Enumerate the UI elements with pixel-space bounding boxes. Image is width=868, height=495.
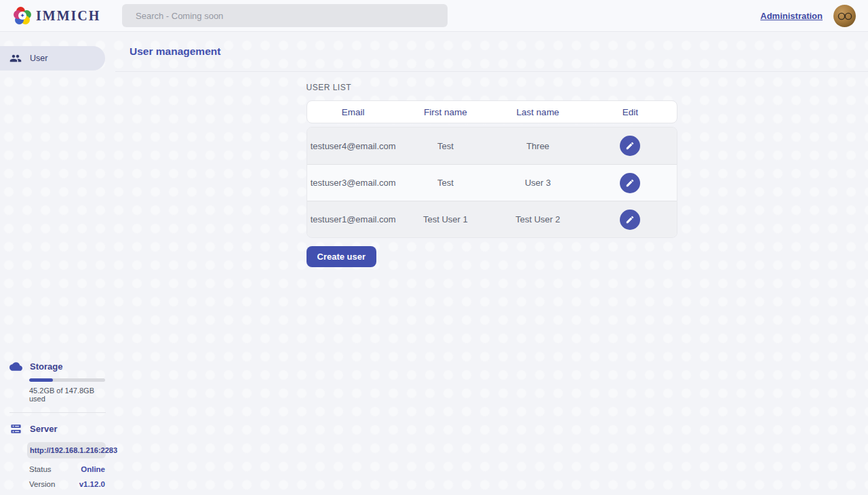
server-status-label: Status [29,465,52,473]
user-table-header: Email First name Last name Edit [307,100,677,123]
app-header: ✦ IMMICH Administration [0,0,868,32]
sidebar-divider [9,412,106,413]
storage-title: Storage [30,361,62,372]
edit-user-button[interactable] [620,136,640,156]
server-status-value: Online [81,465,105,473]
main-content: User management USER LIST Email First na… [115,32,868,495]
user-list-label: USER LIST [307,83,677,92]
server-icon [9,422,22,435]
pencil-icon [625,141,635,151]
user-table-body: testuser4@email.com Test Three testuser3… [307,127,677,238]
cloud-icon [9,360,22,373]
page-title: User management [130,45,220,58]
storage-usage-text: 45.2GB of 147.8GB used [29,387,106,403]
cell-first-name: Test [399,141,492,151]
administration-link[interactable]: Administration [760,11,823,21]
edit-user-button[interactable] [620,210,640,230]
server-version-label: Version [29,480,55,488]
create-user-button[interactable]: Create user [307,246,377,267]
immich-flower-icon: ✦ [14,7,31,24]
table-row: testuser1@email.com Test User 1 Test Use… [307,201,677,237]
cell-last-name: Three [492,141,584,151]
pencil-icon [625,215,635,224]
table-row: testuser4@email.com Test Three [307,127,677,164]
col-header-first-name: First name [399,107,492,117]
immich-logo[interactable]: ✦ IMMICH [0,7,100,24]
pencil-icon [625,178,635,188]
sidebar-item-label: User [30,54,47,63]
search-input[interactable] [122,4,448,27]
table-row: testuser3@email.com Test User 3 [307,164,677,201]
brand-name: IMMICH [36,8,100,24]
col-header-last-name: Last name [492,107,584,117]
sidebar-item-user[interactable]: User [0,46,105,71]
cell-email: testuser3@email.com [307,178,399,188]
cell-email: testuser1@email.com [307,214,399,224]
storage-progress-fill [29,378,53,382]
title-bar: User management [115,32,868,72]
server-title: Server [30,424,57,434]
cell-last-name: Test User 2 [492,214,584,224]
sidebar-bottom-panel: Storage 45.2GB of 147.8GB used Server ht… [0,360,115,488]
glasses-icon [837,12,853,21]
col-header-email: Email [307,107,399,117]
cell-first-name: Test User 1 [399,214,492,224]
server-version-value: v1.12.0 [79,480,105,488]
cell-last-name: User 3 [492,178,584,188]
col-header-edit: Edit [584,107,676,117]
storage-progress-bar [29,378,105,382]
server-url: http://192.168.1.216:2283 [27,442,106,458]
edit-user-button[interactable] [620,173,640,193]
sidebar: User Storage 45.2GB of 147.8GB used [0,32,115,495]
users-icon [9,52,22,64]
cell-first-name: Test [399,178,492,188]
cell-email: testuser4@email.com [307,141,399,151]
user-avatar[interactable] [833,5,856,27]
